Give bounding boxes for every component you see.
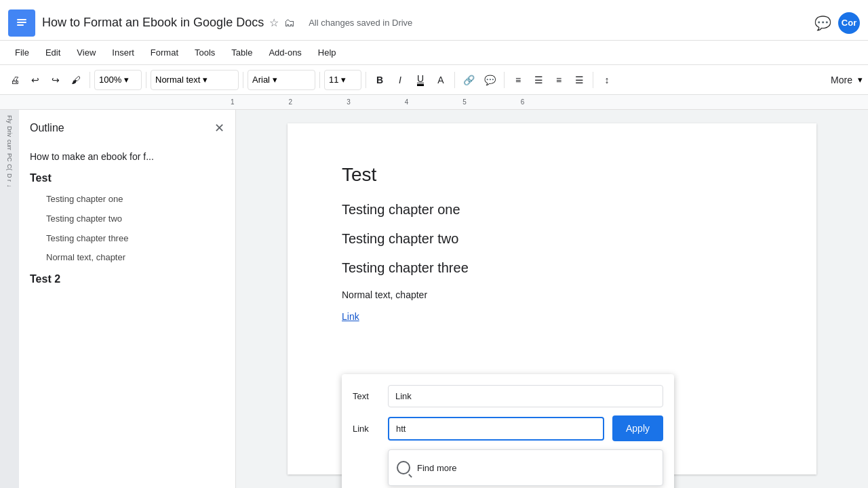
user-area: 💬 Cor — [814, 12, 860, 34]
document-area: Test Testing chapter one Testing chapter… — [236, 110, 868, 488]
style-chevron-icon: ▾ — [203, 75, 208, 85]
svg-rect-2 — [17, 22, 26, 23]
outline-item-0[interactable]: How to make an ebook for f... — [30, 146, 224, 167]
left-strip-label7: ↓ — [6, 184, 13, 188]
link-dialog: Text Link Apply Find more — [342, 374, 674, 488]
sidebar-title: Outline — [30, 122, 64, 134]
menu-table[interactable]: Table — [224, 45, 259, 60]
align-left-button[interactable]: ≡ — [509, 70, 528, 90]
toolbar-divider-8 — [593, 72, 593, 88]
ruler: 1 2 3 4 5 6 — [0, 95, 868, 110]
left-strip: Fly Driv curr PC C( D r ↓ — [0, 110, 19, 488]
folder-icon[interactable]: 🗂 — [284, 17, 295, 29]
undo-button[interactable]: ↩ — [26, 70, 45, 90]
link-url-label: Link — [353, 424, 380, 434]
size-select[interactable]: 11 ▾ — [324, 70, 361, 90]
left-strip-label6: D r — [6, 174, 13, 182]
text-color-button[interactable]: A — [431, 70, 450, 90]
toolbar-divider-1 — [90, 72, 90, 88]
toolbar-divider-3 — [243, 72, 243, 88]
left-strip-label4: PC — [6, 153, 13, 162]
outline-item-4[interactable]: Testing chapter three — [30, 229, 224, 249]
link-text-label: Text — [353, 391, 380, 401]
align-right-button[interactable]: ≡ — [549, 70, 568, 90]
size-value: 11 — [329, 75, 338, 85]
style-value: Normal text — [155, 75, 200, 85]
app-icon — [8, 9, 35, 37]
left-strip-label: Fly — [6, 115, 13, 123]
left-strip-label3: curr — [6, 140, 13, 150]
style-select[interactable]: Normal text ▾ — [151, 70, 239, 90]
menu-view[interactable]: View — [70, 45, 102, 60]
font-select[interactable]: Arial ▾ — [248, 70, 315, 90]
menu-edit[interactable]: Edit — [39, 45, 67, 60]
sidebar-close-button[interactable]: ✕ — [214, 121, 224, 136]
doc-heading-1: Testing chapter one — [342, 202, 762, 218]
doc-link[interactable]: Link — [342, 311, 359, 322]
bold-button[interactable]: B — [370, 70, 389, 90]
document-page: Test Testing chapter one Testing chapter… — [288, 123, 816, 474]
outline-item-6[interactable]: Test 2 — [30, 268, 224, 291]
menu-addons[interactable]: Add-ons — [262, 45, 308, 60]
link-url-row: Link Apply — [353, 415, 663, 441]
doc-normal-text[interactable]: Normal text, chapter — [342, 289, 762, 300]
menu-format[interactable]: Format — [144, 45, 185, 60]
title-icons: ☆ 🗂 — [269, 16, 295, 29]
link-dropdown: Find more — [388, 449, 663, 486]
outline-item-1[interactable]: Test — [30, 167, 224, 190]
find-more-item[interactable]: Find more — [389, 455, 663, 480]
saved-status: All changes saved in Drive — [309, 18, 412, 28]
underline-label: U — [417, 73, 424, 86]
menu-file[interactable]: File — [8, 45, 36, 60]
link-button[interactable]: 🔗 — [459, 70, 479, 90]
align-center-button[interactable]: ☰ — [529, 70, 548, 90]
toolbar-divider-5 — [366, 72, 366, 88]
zoom-value: 100% — [99, 75, 121, 85]
toolbar-divider-4 — [319, 72, 320, 88]
find-more-label: Find more — [417, 463, 457, 473]
more-button[interactable]: More — [827, 70, 856, 90]
toolbar: 🖨 ↩ ↪ 🖌 100% ▾ Normal text ▾ Arial ▾ 11 … — [0, 65, 868, 95]
outline-sidebar: Outline ✕ How to make an ebook for f... … — [19, 110, 236, 488]
comment-button[interactable]: 💬 — [480, 70, 500, 90]
zoom-chevron-icon: ▾ — [124, 75, 129, 85]
left-strip-label5: C( — [6, 164, 13, 171]
outline-item-5[interactable]: Normal text, chapter — [30, 248, 224, 268]
toolbar-divider-2 — [146, 72, 146, 88]
comment-icon[interactable]: 💬 — [814, 15, 831, 31]
font-chevron-icon: ▾ — [273, 75, 277, 85]
menu-tools[interactable]: Tools — [188, 45, 222, 60]
main-layout: Fly Driv curr PC C( D r ↓ Outline ✕ How … — [0, 110, 868, 488]
menu-insert[interactable]: Insert — [105, 45, 141, 60]
outline-item-2[interactable]: Testing chapter one — [30, 190, 224, 209]
apply-button[interactable]: Apply — [612, 415, 663, 441]
more-chevron-icon: ▾ — [858, 75, 863, 85]
zoom-select[interactable]: 100% ▾ — [94, 70, 142, 90]
search-icon — [397, 461, 410, 474]
title-bar: How to Format an Ebook in Google Docs ☆ … — [0, 0, 868, 41]
doc-title-heading[interactable]: Test — [342, 164, 762, 186]
document-title[interactable]: How to Format an Ebook in Google Docs — [42, 16, 264, 30]
print-button[interactable]: 🖨 — [5, 70, 24, 90]
toolbar-divider-7 — [504, 72, 505, 88]
star-icon[interactable]: ☆ — [269, 16, 279, 29]
toolbar-divider-6 — [454, 72, 455, 88]
justify-button[interactable]: ☰ — [570, 70, 589, 90]
outline-item-3[interactable]: Testing chapter two — [30, 209, 224, 229]
sidebar-header: Outline ✕ — [30, 121, 224, 136]
doc-title-area: How to Format an Ebook in Google Docs ☆ … — [42, 16, 814, 30]
redo-button[interactable]: ↪ — [46, 70, 65, 90]
doc-heading-3: Testing chapter three — [342, 260, 762, 276]
font-value: Arial — [252, 75, 270, 85]
link-text-input[interactable] — [388, 385, 663, 407]
italic-button[interactable]: I — [391, 70, 410, 90]
paint-format-button[interactable]: 🖌 — [66, 70, 85, 90]
line-spacing-button[interactable]: ↕ — [597, 70, 616, 90]
menu-help[interactable]: Help — [311, 45, 343, 60]
size-chevron-icon: ▾ — [341, 75, 346, 85]
svg-rect-1 — [17, 19, 26, 20]
user-avatar[interactable]: Cor — [838, 12, 860, 34]
svg-rect-3 — [17, 24, 24, 26]
underline-button[interactable]: U — [411, 70, 430, 90]
link-url-input[interactable] — [388, 417, 604, 441]
